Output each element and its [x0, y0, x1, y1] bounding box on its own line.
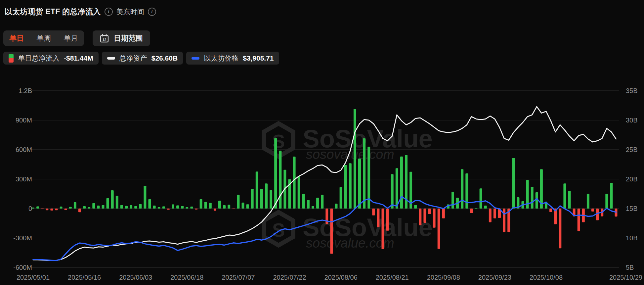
info-icon[interactable]: i [148, 8, 156, 16]
period-tab-group: 单日 单周 单月 [3, 30, 84, 46]
inflow-bar [149, 199, 151, 209]
svg-text:sosovalue.com: sosovalue.com [306, 147, 394, 162]
outflow-bar [55, 209, 58, 210]
inflow-bar [256, 171, 258, 209]
inflow-bar [172, 205, 174, 209]
inflow-bar [228, 205, 230, 209]
outflow-bar [549, 209, 552, 212]
inflow-bar [307, 200, 310, 209]
inflow-bar [568, 191, 571, 209]
inflow-bar [461, 169, 463, 209]
legend-item-total-net-assets[interactable]: 总净资产 $26.60B [102, 52, 183, 65]
inflow-bar [36, 206, 39, 209]
sosovalue-watermark: SSoSoValuesosovalue.com [264, 212, 433, 250]
tab-weekly[interactable]: 单周 [36, 33, 51, 43]
x-axis-tick: 2025/07/07 [222, 274, 255, 281]
inflow-bar [60, 207, 63, 209]
inflow-bar [512, 158, 515, 209]
outflow-bar [423, 209, 426, 223]
inflow-bar [204, 202, 207, 209]
outflow-bar [433, 209, 436, 228]
inflow-bar [302, 194, 305, 209]
x-axis-tick: 2025/06/03 [119, 274, 152, 281]
inflow-bar [610, 183, 613, 209]
white-dash-icon [107, 57, 115, 60]
right-axis-tick: 20B [626, 175, 638, 183]
outflow-bar [382, 209, 384, 249]
outflow-bar [195, 209, 198, 210]
inflow-bar [396, 168, 398, 209]
right-axis-tick: 30B [626, 117, 638, 124]
timezone-label: 美东时间 [116, 7, 144, 17]
outflow-bar [232, 209, 235, 209]
inflow-bar [358, 159, 361, 209]
inflow-bar [181, 206, 184, 209]
date-range-button[interactable]: 12 日期范围 [93, 30, 150, 46]
inflow-bar [158, 207, 160, 209]
calendar-icon: 12 [100, 34, 109, 43]
outflow-bar [214, 209, 216, 211]
outflow-bar [41, 209, 44, 209]
outflow-bar [64, 209, 67, 210]
inflow-bar [176, 206, 179, 209]
blue-dash-icon [192, 57, 199, 60]
inflow-bar [32, 208, 34, 209]
tab-daily[interactable]: 单日 [9, 33, 24, 43]
inflow-bar [69, 207, 72, 209]
inflow-bar [400, 157, 403, 209]
inflow-bar [475, 208, 478, 209]
inflow-bar [190, 207, 193, 209]
x-axis-tick: 2025/09/23 [478, 274, 511, 281]
inflow-bar [144, 186, 146, 209]
svg-text:S: S [272, 130, 285, 152]
page-title: 以太坊现货 ETF 的总净流入 [5, 7, 101, 17]
outflow-bar [494, 209, 496, 218]
right-axis-tick: 10B [626, 234, 638, 242]
inflow-bar [116, 196, 118, 209]
outflow-bar [167, 209, 170, 210]
info-icon[interactable]: i [105, 8, 113, 16]
legend-value: $26.60B [151, 54, 178, 62]
inflow-bar [293, 157, 296, 209]
inflow-bar [162, 206, 165, 209]
outflow-bar [419, 209, 421, 225]
inflow-bar [74, 202, 76, 209]
inflow-bar [209, 203, 212, 209]
outflow-bar [559, 209, 561, 248]
legend-item-daily-netflow[interactable]: 单日总净流入 -$81.44M [3, 52, 99, 65]
x-axis-tick: 2025/08/06 [324, 274, 358, 281]
inflow-bar [316, 198, 319, 209]
inflow-bar [97, 206, 100, 209]
x-axis-tick: 2025/05/01 [17, 274, 50, 281]
inflow-bar [605, 194, 608, 209]
left-axis-tick: 1.2B [19, 87, 32, 94]
left-axis-tick: -600M [13, 264, 32, 271]
left-axis-tick: 300M [16, 175, 32, 183]
controls-bar: 单日 单周 单月 12 日期范围 [3, 30, 150, 46]
outflow-bar [46, 209, 48, 210]
inflow-bar [88, 207, 90, 209]
date-range-label: 日期范围 [114, 33, 143, 43]
inflow-bar [265, 183, 268, 209]
inflow-bar [270, 190, 272, 209]
inflow-bar [130, 205, 132, 209]
inflow-bar [260, 189, 263, 209]
inflow-bar [92, 203, 95, 209]
inflow-bar [237, 195, 239, 209]
right-axis-tick: 25B [626, 146, 638, 153]
inflow-bar [587, 194, 589, 209]
inflow-bar [246, 204, 249, 209]
tab-monthly[interactable]: 单月 [64, 33, 78, 43]
legend-label: 总净资产 [119, 54, 147, 63]
inflow-bar [139, 204, 142, 209]
inflow-bar [465, 173, 468, 209]
x-axis-tick: 2025/05/16 [68, 274, 101, 281]
inflow-bar [186, 207, 188, 209]
left-axis-tick: 600M [16, 146, 32, 153]
inflow-bar [218, 201, 221, 209]
inflow-bar [120, 205, 123, 209]
legend-item-eth-price[interactable]: 以太坊价格 $3,905.71 [186, 52, 279, 65]
inflow-bar [107, 198, 109, 209]
inflow-bar [484, 206, 487, 209]
inflow-bar [298, 176, 300, 209]
